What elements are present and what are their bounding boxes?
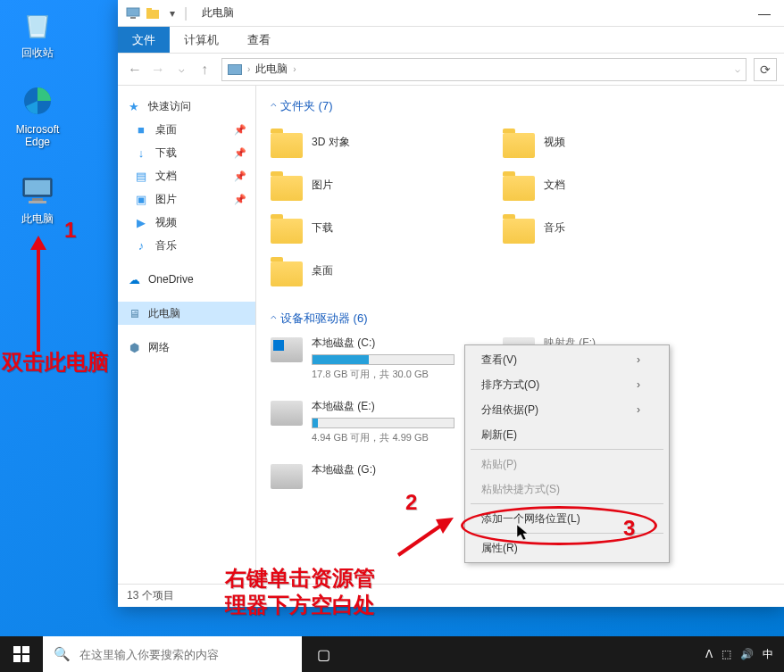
sidebar-quick-access[interactable]: ★ 快速访问 <box>118 95 255 118</box>
addressbar: ← → ⌵ ↑ › 此电脑 › ⌵ ⟳ <box>118 54 784 86</box>
recycle-icon <box>19 5 56 43</box>
nav-history-dropdown[interactable]: ⌵ <box>171 62 191 78</box>
sidebar-network[interactable]: ⬢网络 <box>118 336 255 359</box>
drive-icon <box>271 464 303 489</box>
sidebar: ★ 快速访问 ■桌面📌 ↓下载📌 ▤文档📌 ▣图片📌 ▶视频 ♪音乐 ☁OneD… <box>118 86 256 584</box>
folder-icon <box>271 212 303 244</box>
pc-mini-icon <box>228 64 242 75</box>
annotation-dblclick: 双击此电脑 <box>2 348 109 377</box>
statusbar: 13 个项目 <box>118 584 784 607</box>
task-view-button[interactable]: ▢ <box>302 636 345 672</box>
sidebar-onedrive[interactable]: ☁OneDrive <box>118 268 255 291</box>
folder-icon <box>271 126 303 158</box>
network-icon: ⬢ <box>127 340 141 354</box>
pin-icon: 📌 <box>234 147 246 159</box>
folder-mini-icon <box>145 5 161 21</box>
tray-up-icon[interactable]: ᐱ <box>705 648 713 660</box>
svg-rect-3 <box>32 198 43 201</box>
desktop-icon-edge[interactable]: Microsoft Edge <box>11 82 64 148</box>
folder-downloads[interactable]: 下载 <box>271 209 467 246</box>
svg-marker-6 <box>30 236 46 250</box>
menu-paste-shortcut: 粘贴快捷方式(S) <box>467 477 667 502</box>
arrow-1 <box>25 236 52 352</box>
tab-view[interactable]: 查看 <box>233 27 285 53</box>
svg-rect-7 <box>127 8 139 16</box>
edge-icon <box>19 82 56 120</box>
section-drives[interactable]: 设备和驱动器 (6) <box>271 311 770 327</box>
status-count: 13 个项目 <box>127 588 174 603</box>
tray-volume-icon[interactable]: 🔊 <box>740 648 754 660</box>
pc-mini-icon <box>125 5 141 21</box>
menu-sort[interactable]: 排序方式(O)› <box>467 372 667 397</box>
address-box[interactable]: › 此电脑 › ⌵ <box>221 58 746 81</box>
folder-icon <box>271 169 303 201</box>
minimize-button[interactable]: — <box>752 4 777 23</box>
tab-file[interactable]: 文件 <box>118 27 170 53</box>
svg-rect-9 <box>146 10 159 19</box>
drive-e[interactable]: 本地磁盘 (E:) 4.94 GB 可用，共 4.99 GB <box>271 399 467 444</box>
menu-paste: 粘贴(P) <box>467 452 667 477</box>
search-icon: 🔍 <box>54 646 71 662</box>
sidebar-item-downloads[interactable]: ↓下载📌 <box>118 141 255 164</box>
pc-icon: 🖥 <box>127 306 141 320</box>
folder-icon <box>503 126 535 158</box>
video-icon: ▶ <box>134 215 148 229</box>
svg-rect-10 <box>146 8 152 11</box>
svg-rect-8 <box>130 17 136 19</box>
sidebar-item-pictures[interactable]: ▣图片📌 <box>118 187 255 211</box>
drive-icon <box>271 401 303 426</box>
nav-back[interactable]: ← <box>125 62 145 78</box>
cloud-icon: ☁ <box>127 272 141 286</box>
breadcrumb[interactable]: 此电脑 <box>255 62 288 77</box>
menu-view[interactable]: 查看(V)› <box>467 347 667 372</box>
section-folders[interactable]: 文件夹 (7) <box>271 98 770 114</box>
folder-music[interactable]: 音乐 <box>503 209 699 246</box>
svg-rect-4 <box>29 201 46 203</box>
folder-pictures[interactable]: 图片 <box>271 166 467 203</box>
desktop-label: Microsoft Edge <box>11 123 64 148</box>
desktop-icon-thispc[interactable]: 此电脑 <box>11 171 64 225</box>
search-input[interactable] <box>79 648 291 661</box>
refresh-button[interactable]: ⟳ <box>754 58 777 81</box>
window-title: 此电脑 <box>202 5 234 21</box>
drive-c[interactable]: 本地磁盘 (C:) 17.8 GB 可用，共 30.0 GB <box>271 336 467 381</box>
nav-up[interactable]: ↑ <box>195 62 214 78</box>
ribbon-tabs: 文件 计算机 查看 <box>118 27 784 54</box>
titlebar: ▾ | 此电脑 — <box>118 0 784 27</box>
menu-separator <box>471 449 663 450</box>
desktop-label: 回收站 <box>11 46 64 59</box>
pin-icon: 📌 <box>234 194 246 205</box>
annotation-rightclick2: 理器下方空白处 <box>225 591 375 619</box>
sidebar-item-videos[interactable]: ▶视频 <box>118 211 255 234</box>
start-button[interactable] <box>0 636 43 672</box>
chevron-right-icon: › <box>637 353 640 366</box>
taskbar-search[interactable]: 🔍 <box>43 636 302 672</box>
folder-documents[interactable]: 文档 <box>503 166 699 203</box>
desktop-icon-recycle[interactable]: 回收站 <box>11 5 64 59</box>
qat-dropdown-icon[interactable]: ▾ <box>164 5 180 21</box>
folder-desktop[interactable]: 桌面 <box>271 252 467 289</box>
chevron-down-icon[interactable]: ⌵ <box>735 64 740 74</box>
sidebar-item-desktop[interactable]: ■桌面📌 <box>118 118 255 141</box>
sidebar-item-documents[interactable]: ▤文档📌 <box>118 164 255 187</box>
menu-separator <box>471 503 663 504</box>
tray-ime-icon[interactable]: 中 <box>763 647 773 662</box>
tab-computer[interactable]: 计算机 <box>170 27 233 53</box>
drive-g[interactable]: 本地磁盘 (G:) <box>271 462 467 489</box>
nav-forward[interactable]: → <box>148 62 168 78</box>
chevron-right-icon: › <box>637 403 640 416</box>
folder-videos[interactable]: 视频 <box>503 123 699 161</box>
sidebar-item-music[interactable]: ♪音乐 <box>118 234 255 257</box>
cursor-icon <box>516 524 530 542</box>
pin-icon: 📌 <box>234 170 246 182</box>
menu-group[interactable]: 分组依据(P)› <box>467 397 667 422</box>
pin-icon: 📌 <box>234 124 246 136</box>
svg-rect-15 <box>13 655 21 662</box>
folder-3dobjects[interactable]: 3D 对象 <box>271 123 467 161</box>
menu-refresh[interactable]: 刷新(E) <box>467 422 667 447</box>
document-icon: ▤ <box>134 169 148 183</box>
sidebar-thispc[interactable]: 🖥此电脑 <box>118 302 255 325</box>
svg-line-11 <box>398 523 445 555</box>
systray: ᐱ ⬚ 🔊 中 <box>695 647 784 662</box>
tray-network-icon[interactable]: ⬚ <box>721 648 731 660</box>
